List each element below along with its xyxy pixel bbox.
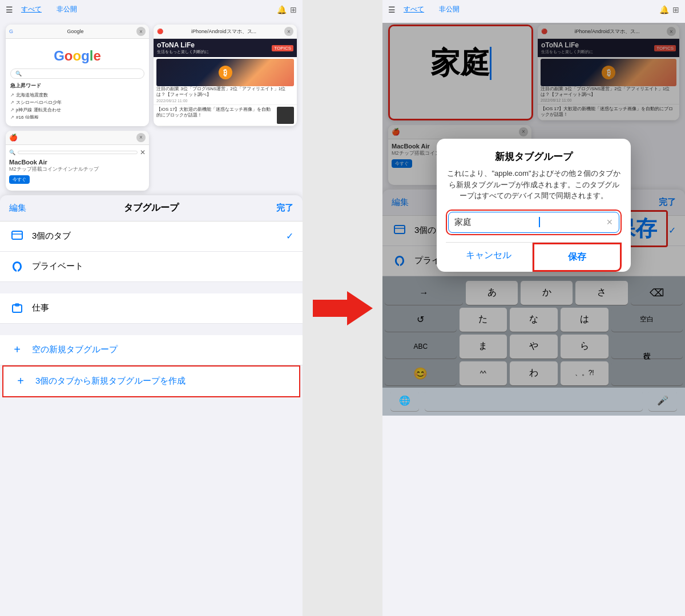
left-done-btn[interactable]: 完了 bbox=[276, 203, 293, 214]
left-tab-item-1[interactable]: 3個のタブ ✓ bbox=[0, 222, 303, 252]
left-browser-top-bar: ☰ すべて 非公開 🔔 ⊞ bbox=[0, 0, 303, 18]
left-tab-selectors: すべて 非公開 bbox=[17, 3, 82, 15]
left-menu-icon[interactable]: ☰ bbox=[6, 5, 13, 14]
key-spacebar[interactable] bbox=[425, 390, 643, 411]
left-google-tab[interactable]: G Google × Google 🔍 急上昇ワード ↗北海道地震度数 ↗スシロ… bbox=[6, 25, 149, 126]
svg-rect-0 bbox=[12, 231, 22, 239]
left-tab-item-2[interactable]: プライベート bbox=[0, 252, 303, 282]
left-apple-search-row: 🔍 ✕ bbox=[9, 148, 146, 156]
left-news-tab-title: iPhone/Androidスマホ、ス... bbox=[163, 28, 284, 35]
left-apple-subtitle: M2チップ搭載コインチインナルチップ bbox=[9, 166, 146, 173]
left-apple-content: 🔍 ✕ MacBook Air M2チップ搭載コインチインナルチップ 今すぐ bbox=[6, 145, 149, 191]
right-panel: ☰ すべて 非公開 🔔 ⊞ 家庭 🔴 iPhone/Androidスマホ、ス..… bbox=[382, 0, 685, 616]
left-action-2[interactable]: + 3個のタブから新規タブグループを作成 bbox=[2, 365, 300, 397]
left-apple-card[interactable]: 🍎 × 🔍 ✕ MacBook Air M2チップ搭載コインチインナルチップ 今… bbox=[6, 131, 149, 191]
arrow-body bbox=[313, 300, 347, 317]
left-news-date1: 2022/06/12 11:00 bbox=[156, 99, 294, 103]
right-all-tab[interactable]: すべて bbox=[399, 3, 429, 15]
left-tab-item-3-icon bbox=[9, 300, 25, 316]
right-dialog-overlay: 新規タブグループ これにより、"apple.com"およびその他２個のタブから新… bbox=[382, 23, 685, 388]
trending-item-2: ↗スシローペロペロ少年 bbox=[10, 99, 144, 106]
left-news-tab-header: 🔴 iPhone/Androidスマホ、ス... × bbox=[154, 25, 297, 39]
right-dialog-box: 新規タブグループ これにより、"apple.com"およびその他２個のタブから新… bbox=[437, 139, 631, 272]
left-apple-search-bar bbox=[18, 151, 138, 154]
left-tab-item-3[interactable]: 仕事 bbox=[0, 293, 303, 324]
left-tab-item-2-icon bbox=[9, 259, 25, 275]
left-apple-search-icon: 🔍 bbox=[9, 150, 15, 155]
right-private-tab[interactable]: 非公開 bbox=[434, 3, 464, 15]
right-bell-icon[interactable]: 🔔 bbox=[659, 5, 669, 14]
left-news-tab[interactable]: 🔴 iPhone/Androidスマホ、ス... × oToNA LiFe 生活… bbox=[154, 25, 297, 126]
right-dialog-input[interactable]: 家庭 ✕ bbox=[448, 212, 619, 233]
left-apple-card-header: 🍎 × bbox=[6, 131, 149, 145]
left-action-2-text: 3個のタブから新規タブグループを作成 bbox=[35, 376, 186, 386]
left-tab-item-1-name: 3個のタブ bbox=[32, 231, 286, 241]
left-apple-close-icon[interactable]: ✕ bbox=[140, 148, 146, 156]
left-google-search: 🔍 bbox=[10, 69, 144, 79]
left-news-title2: 【iOS 17】大歓迎の新機能「迷惑なエッチ画像」を自動的にブロックが話題！ bbox=[156, 107, 275, 119]
left-news-img1: ₿ bbox=[156, 59, 294, 86]
left-news-article1: ₿ 注目の副業 3位「ブログ/SNS運営」2位「アフィリエイト」1位は？【フォー… bbox=[154, 57, 297, 105]
right-menu-icon[interactable]: ☰ bbox=[388, 5, 396, 14]
left-action-1-text: 空の新規タブグループ bbox=[32, 344, 118, 355]
left-apple-title: MacBook Air bbox=[9, 159, 146, 166]
left-sheet-title: タブグループ bbox=[124, 202, 179, 214]
left-edit-btn[interactable]: 編集 bbox=[9, 203, 26, 214]
right-input-cursor bbox=[539, 217, 540, 227]
right-tab-selectors: すべて 非公開 bbox=[399, 3, 464, 15]
left-google-tab-header: G Google × bbox=[6, 25, 149, 39]
left-apple-close[interactable]: × bbox=[136, 133, 146, 142]
trending-item-4: ↗#16 仙骸板 bbox=[10, 114, 144, 119]
left-bell-icon[interactable]: 🔔 bbox=[277, 5, 287, 14]
left-iphone-screen: ☰ すべて 非公開 🔔 ⊞ G Google × Google bbox=[0, 0, 303, 616]
left-tab-item-2-name: プライベート bbox=[32, 261, 293, 272]
bitcoin-icon: ₿ bbox=[219, 66, 232, 79]
arrow-shape bbox=[313, 291, 373, 325]
left-google-close[interactable]: × bbox=[136, 27, 146, 36]
right-browser-top-bar: ☰ すべて 非公開 🔔 ⊞ bbox=[382, 0, 685, 18]
left-topics-badge: TOPICS bbox=[272, 45, 293, 51]
keyboard-bottom: 🌐 🎤 bbox=[385, 388, 683, 413]
left-action-2-icon: + bbox=[13, 373, 29, 389]
right-input-clear[interactable]: ✕ bbox=[606, 218, 613, 227]
left-trending-title: 急上昇ワード bbox=[10, 82, 144, 90]
direction-arrow bbox=[303, 0, 382, 616]
left-trending: 急上昇ワード ↗北海道地震度数 ↗スシローペロペロ少年 ↗jr神戸線 運転見合わ… bbox=[10, 82, 144, 119]
right-iphone-screen: ☰ すべて 非公開 🔔 ⊞ 家庭 🔴 iPhone/Androidスマホ、ス..… bbox=[382, 0, 685, 616]
left-tab-group-list: 3個のタブ ✓ プライベート 仕事 bbox=[0, 222, 303, 616]
right-dialog-title: 新規タブグループ bbox=[446, 150, 622, 163]
left-empty-space bbox=[154, 131, 297, 191]
left-news-article2: 【iOS 17】大歓迎の新機能「迷惑なエッチ画像」を自動的にブロックが話題！ bbox=[154, 105, 297, 126]
right-dialog-actions: キャンセル 保存 bbox=[446, 242, 622, 272]
left-all-tab[interactable]: すべて bbox=[17, 3, 46, 15]
right-grid-icon[interactable]: ⊞ bbox=[672, 5, 679, 14]
left-news-logo: oToNA LiFe bbox=[157, 41, 209, 49]
key-microphone[interactable]: 🎤 bbox=[648, 390, 677, 411]
left-action-1-icon: + bbox=[9, 342, 25, 358]
right-dialog-save[interactable]: 保存 bbox=[533, 243, 622, 272]
left-action-1[interactable]: + 空の新規タブグループ bbox=[0, 335, 303, 365]
left-private-tab[interactable]: 非公開 bbox=[52, 3, 82, 15]
left-google-tab-title: Google bbox=[14, 29, 136, 34]
left-news-header: oToNA LiFe 生活をもっと楽しく判断的に TOPICS bbox=[154, 39, 297, 57]
left-google-logo: Google bbox=[10, 48, 144, 64]
left-news-img2 bbox=[277, 107, 294, 124]
right-dialog-cancel[interactable]: キャンセル bbox=[446, 243, 533, 272]
left-news-title1: 注目の副業 3位「ブログ/SNS運営」2位「アフィリエイト」1位は？【フォーイッ… bbox=[156, 86, 294, 98]
left-separator-1 bbox=[0, 282, 303, 293]
left-news-close[interactable]: × bbox=[284, 27, 293, 36]
trending-item-3: ↗jr神戸線 運転見合わせ bbox=[10, 106, 144, 114]
left-panel: ☰ すべて 非公開 🔔 ⊞ G Google × Google bbox=[0, 0, 303, 616]
right-input-wrapper: 家庭 ✕ bbox=[446, 210, 622, 235]
left-bottom-sheet: 編集 タブグループ 完了 3個のタブ ✓ プラ bbox=[0, 195, 303, 616]
left-apple-row: 🍎 × 🔍 ✕ MacBook Air M2チップ搭載コインチインナルチップ 今… bbox=[0, 131, 303, 195]
left-sheet-header: 編集 タブグループ 完了 bbox=[0, 195, 303, 222]
right-dialog-body: これにより、"apple.com"およびその他２個のタブから新規タブグループが作… bbox=[446, 168, 622, 202]
left-apple-buy-btn[interactable]: 今すぐ bbox=[9, 175, 30, 184]
left-tab-item-1-check: ✓ bbox=[286, 231, 293, 241]
left-separator-2 bbox=[0, 324, 303, 335]
trending-item-1: ↗北海道地震度数 bbox=[10, 91, 144, 99]
key-globe[interactable]: 🌐 bbox=[390, 390, 419, 411]
left-news-sub: 生活をもっと楽しく判断的に bbox=[157, 49, 209, 55]
left-grid-icon[interactable]: ⊞ bbox=[290, 5, 297, 14]
